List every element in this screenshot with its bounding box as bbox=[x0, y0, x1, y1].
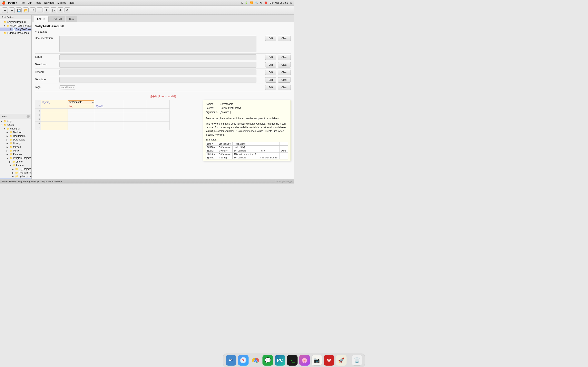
file-tree-pictures[interactable]: ▶ 📁 Pictures bbox=[0, 152, 31, 156]
step-var-empty[interactable] bbox=[41, 104, 68, 109]
tree-arrow: ▶ bbox=[7, 139, 9, 141]
documentation-input[interactable] bbox=[60, 36, 256, 52]
file-tree-desktop[interactable]: ▶ 📁 Desktop bbox=[0, 131, 31, 134]
toolbar-run-btn[interactable]: ▷ bbox=[51, 7, 56, 13]
file-tree-users[interactable]: ▼ 📁 Users bbox=[0, 123, 31, 127]
toolbar-forward-btn[interactable]: ▶ bbox=[9, 7, 15, 13]
menu-edit[interactable]: Edit bbox=[27, 1, 32, 4]
folder-icon: 📁 bbox=[9, 149, 12, 152]
step-row-7: 7 bbox=[35, 126, 170, 130]
file-tree-tmp[interactable]: ▶ 📁 tmp bbox=[0, 119, 31, 123]
file-tree-python-crash[interactable]: ▶ 📁 python_crash_course bbox=[0, 175, 31, 178]
tree-arrow: ▶ bbox=[1, 120, 4, 123]
toolbar-refresh-btn[interactable]: ↺ bbox=[30, 7, 35, 13]
menu-macros[interactable]: Macros bbox=[57, 1, 66, 4]
file-tree-movies[interactable]: ▶ 📁 Movies bbox=[0, 145, 31, 149]
step-arg1[interactable] bbox=[94, 100, 123, 104]
file-tree-music[interactable]: ▶ 📁 Music bbox=[0, 149, 31, 152]
tree-arrow: ▶ bbox=[12, 172, 15, 174]
tree-item-external[interactable]: 📁 External Resources bbox=[0, 31, 31, 35]
documentation-edit-btn[interactable]: Edit bbox=[265, 36, 277, 41]
example-row-4: @{list} = Set Variable ${list with some … bbox=[206, 152, 288, 156]
setup-edit-btn[interactable]: Edit bbox=[265, 55, 277, 60]
menu-file[interactable]: File bbox=[20, 1, 25, 4]
timeout-edit-btn[interactable]: Edit bbox=[265, 70, 277, 75]
folder-icon: 📁 bbox=[9, 146, 12, 149]
menu-help[interactable]: Help bbox=[69, 1, 75, 4]
tree-label: Users bbox=[7, 124, 14, 126]
menu-tools[interactable]: Tools bbox=[35, 1, 41, 4]
apple-icon[interactable]: 🍎 bbox=[2, 1, 6, 5]
doc-examples-table: ${hi} = Set Variable Hello, world! ${hi2… bbox=[206, 142, 288, 159]
file-tree-ib-projects[interactable]: ▶ 📁 IB_Projects bbox=[0, 167, 31, 171]
file-tree-chengrui[interactable]: ▼ 📁 chengrui bbox=[0, 127, 31, 131]
doc-examples-title: Examples: bbox=[206, 138, 288, 141]
tags-edit-btn[interactable]: Edit bbox=[265, 85, 277, 90]
documentation-clear-btn[interactable]: Clear bbox=[278, 36, 291, 41]
tags-clear-btn[interactable]: Clear bbox=[278, 85, 291, 90]
template-clear-btn[interactable]: Clear bbox=[278, 77, 291, 83]
file-tree-robotframework[interactable]: ▶ 📁 RobotFramework bbox=[0, 178, 31, 179]
step-arg3[interactable] bbox=[146, 104, 170, 109]
files-close-btn[interactable]: ✕ bbox=[26, 115, 30, 118]
test-case-content: SallyTestCase0328 ▼ Settings Documentati… bbox=[32, 22, 294, 179]
ex-cell: world bbox=[280, 149, 288, 152]
template-input[interactable] bbox=[60, 77, 256, 83]
teardown-input[interactable] bbox=[60, 62, 256, 68]
file-tree-programprojects[interactable]: ▼ 📁 ProgramProjects bbox=[0, 156, 31, 160]
file-tree-downloads[interactable]: ▶ 📁 Downloads bbox=[0, 138, 31, 142]
toolbar-back-btn[interactable]: ◀ bbox=[2, 7, 8, 13]
tab-edit[interactable]: Edit ✕ bbox=[34, 16, 49, 22]
step-var[interactable] bbox=[41, 109, 68, 113]
toolbar-k-btn[interactable]: K bbox=[37, 7, 43, 13]
setup-clear-btn[interactable]: Clear bbox=[278, 55, 291, 60]
tab-text-edit[interactable]: Text Edit bbox=[49, 16, 65, 22]
step-keyword-log[interactable]: Log bbox=[68, 104, 94, 109]
ex-cell: ${var2} = bbox=[217, 149, 233, 152]
teardown-clear-btn[interactable]: Clear bbox=[278, 62, 291, 67]
settings-row-teardown: Teardown Edit Clear bbox=[35, 61, 291, 69]
setup-input[interactable] bbox=[60, 54, 256, 60]
step-arg3[interactable] bbox=[146, 100, 170, 104]
example-row-2: ${hi2} = Set Variable I said: ${hi} bbox=[206, 146, 288, 149]
file-tree-library[interactable]: ▶ 📁 Library bbox=[0, 142, 31, 145]
step-var[interactable]: ${var0} bbox=[41, 100, 68, 104]
tree-item-sallytest-suite[interactable]: ▼ 📁 *SallyTestSuite0328 bbox=[0, 24, 31, 27]
ex-cell: Set Variable bbox=[217, 146, 233, 149]
timeout-input[interactable] bbox=[60, 69, 256, 75]
teardown-edit-btn[interactable]: Edit bbox=[265, 62, 277, 67]
tab-edit-close[interactable]: ✕ bbox=[43, 18, 45, 20]
timeout-clear-btn[interactable]: Clear bbox=[278, 70, 291, 75]
file-tree-jmeter[interactable]: ▶ 📁 Jmeter bbox=[0, 160, 31, 164]
step-log-arg[interactable]: ${var0} bbox=[94, 104, 123, 109]
step-keyword-highlighted[interactable]: Set Variable ▶ bbox=[68, 100, 94, 104]
tree-item-sallytestprj[interactable]: ▼ 📁 SallyTestPrj0328 bbox=[0, 20, 31, 24]
step-arg2[interactable] bbox=[123, 104, 146, 109]
template-edit-btn[interactable]: Edit bbox=[265, 77, 277, 83]
folder-icon: 📁 bbox=[4, 120, 7, 123]
menu-navigate[interactable]: Navigate bbox=[44, 1, 54, 4]
toolbar-stop-btn[interactable]: ⊙ bbox=[65, 7, 70, 13]
tree-item-sallytest-case[interactable]: ☑ 📄 SallyTestCase0328 bbox=[0, 27, 31, 31]
steps-area: 1 ${var0} Set Variable ▶ 2 bbox=[35, 100, 291, 130]
tree-label: Desktop bbox=[13, 131, 22, 134]
tree-arrow: ▼ bbox=[7, 157, 9, 159]
toolbar-save-btn[interactable]: 💾 bbox=[16, 7, 22, 13]
menubar-control-icon[interactable]: ⚙ bbox=[260, 1, 262, 4]
menubar-search-icon[interactable]: 🔍 bbox=[255, 1, 258, 4]
tag-add-btn[interactable]: <Add New> bbox=[60, 85, 75, 90]
step-num: 2 bbox=[35, 104, 41, 109]
timeout-input-cell bbox=[60, 69, 258, 76]
app-name[interactable]: Python bbox=[8, 1, 17, 4]
file-tree-documents[interactable]: ▶ 📁 Documents bbox=[0, 134, 31, 138]
step-arg2[interactable] bbox=[123, 100, 146, 104]
tab-run[interactable]: Run bbox=[66, 16, 77, 22]
file-tree-python[interactable]: ▼ 📁 Python bbox=[0, 164, 31, 167]
file-tree-pycharm[interactable]: ▶ 📁 PycharmProject bbox=[0, 171, 31, 175]
step-keyword[interactable] bbox=[68, 109, 94, 113]
toolbar-add-btn[interactable]: ✚ bbox=[58, 7, 63, 13]
toolbar-open-btn[interactable]: 📂 bbox=[23, 7, 29, 13]
ex-cell: ${hi} = bbox=[206, 142, 217, 146]
toolbar-t-btn[interactable]: T bbox=[44, 7, 49, 13]
settings-section-header[interactable]: ▼ Settings bbox=[35, 30, 291, 33]
